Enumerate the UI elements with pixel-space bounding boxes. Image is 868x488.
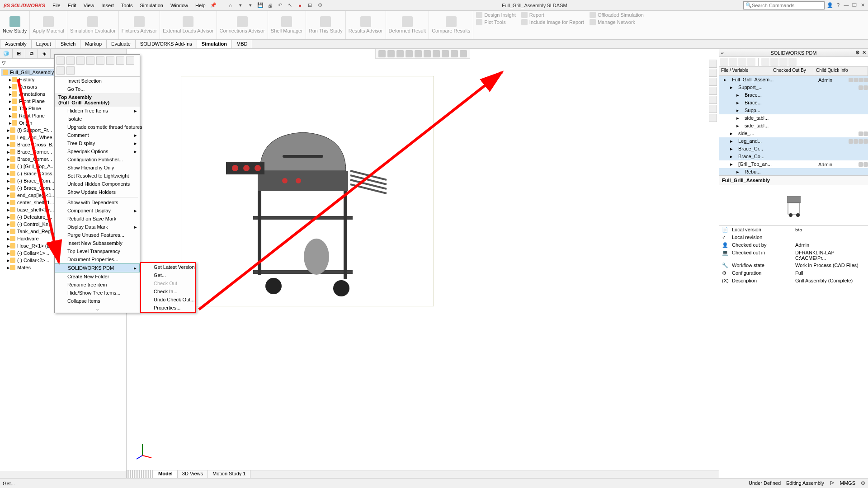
open-icon[interactable]: ▾: [246, 1, 255, 9]
ctx-icon[interactable]: [57, 56, 65, 65]
pdm-row[interactable]: ▸Brace_Cr...: [719, 145, 868, 153]
search-commands[interactable]: 🔍: [743, 1, 825, 9]
undo-icon[interactable]: ↶: [276, 1, 284, 9]
help-icon[interactable]: ?: [835, 2, 842, 8]
ctx-item[interactable]: Purge Unused Features...: [55, 231, 140, 239]
graphics-viewport[interactable]: *Trimetric Model3D ViewsMotion Study 1: [127, 49, 719, 478]
apply-material-button[interactable]: Apply Material: [33, 16, 64, 33]
pdm-search-icon[interactable]: [779, 58, 788, 66]
new-study-button[interactable]: New Study: [3, 16, 27, 33]
custom-props-icon[interactable]: [709, 105, 717, 113]
col-quickinfo[interactable]: Child Quick Info: [814, 67, 868, 75]
pdm-list-icon[interactable]: [770, 58, 778, 66]
menu-edit[interactable]: Edit: [64, 1, 80, 10]
pdm-row[interactable]: ▸side_...: [719, 130, 868, 137]
pdm-checkout-icon[interactable]: [747, 58, 755, 66]
ctx-item[interactable]: Configuration Publisher...: [55, 155, 140, 164]
ctx-item[interactable]: Rename tree item: [55, 281, 140, 289]
pdm-checkin-icon[interactable]: [738, 58, 746, 66]
ctx-item[interactable]: Isolate: [55, 115, 140, 123]
pin-icon[interactable]: 📌: [209, 1, 217, 9]
save-icon[interactable]: 💾: [256, 1, 264, 9]
ctx-item[interactable]: Upgrade cosmetic thread features: [55, 123, 140, 131]
pdm-opts-icon[interactable]: [788, 58, 797, 66]
property-tab-icon[interactable]: ⊞: [13, 49, 25, 58]
menu-tools[interactable]: Tools: [118, 1, 137, 10]
pdm-row[interactable]: ▸side_tabl...: [719, 122, 868, 130]
display-style-icon[interactable]: [424, 50, 431, 57]
appearances-icon[interactable]: [709, 96, 717, 104]
submenu-item[interactable]: Check In...: [141, 287, 195, 296]
ctx-item[interactable]: Insert New Subassembly: [55, 239, 140, 247]
sim-evaluator-button[interactable]: Simulation Evaluator: [70, 16, 116, 33]
pdm-close-icon[interactable]: ✕: [862, 50, 866, 56]
ctx-item[interactable]: Top Level Transparency: [55, 247, 140, 255]
view-settings-icon[interactable]: [460, 50, 467, 57]
prev-view-icon[interactable]: [396, 50, 404, 57]
ctx-icon[interactable]: [57, 66, 65, 75]
forum-icon[interactable]: [709, 114, 717, 122]
ctx-item[interactable]: Set Resolved to Lightweight: [55, 172, 140, 180]
file-explorer-icon[interactable]: [709, 78, 717, 86]
col-file[interactable]: File / Variable: [719, 67, 771, 75]
ctx-item[interactable]: Collapse Items: [55, 297, 140, 305]
tab-mbd[interactable]: MBD: [231, 40, 252, 48]
ctx-item[interactable]: Rebuild on Save Mark: [55, 215, 140, 223]
pdm-row[interactable]: ▸side_tabl...: [719, 114, 868, 122]
tab-evaluate[interactable]: Evaluate: [106, 40, 136, 48]
display-tab-icon[interactable]: ◈: [38, 49, 51, 58]
ctx-item[interactable]: Show Hierarchy Only: [55, 164, 140, 172]
ctx-icon[interactable]: [106, 56, 114, 65]
ctx-item[interactable]: Show Update Holders: [55, 188, 140, 196]
view-palette-icon[interactable]: [709, 87, 717, 95]
ctx-item[interactable]: Display Data Mark▸: [55, 223, 140, 231]
status-units[interactable]: MMGS: [840, 480, 855, 486]
pdm-row[interactable]: ▸Brace...: [719, 91, 868, 99]
pdm-row[interactable]: ▸Leg_and...: [719, 137, 868, 145]
print-icon[interactable]: 🖨: [266, 1, 274, 9]
pdm-tree-icon[interactable]: [761, 58, 769, 66]
pdm-refresh-icon[interactable]: [720, 58, 728, 66]
pdm-file-tree[interactable]: ▸Full_Grill_Assem...Admin▸Support_...▸Br…: [719, 76, 868, 175]
ctx-item[interactable]: Hide/Show Tree Items...: [55, 289, 140, 297]
design-library-icon[interactable]: [709, 69, 717, 77]
ctx-item[interactable]: Comment▸: [55, 131, 140, 139]
close-icon[interactable]: ✕: [859, 2, 866, 8]
collapse-icon[interactable]: «: [721, 50, 724, 56]
submenu-item[interactable]: Undo Check Out...: [141, 296, 195, 304]
bottom-tab[interactable]: 3D Views: [178, 470, 208, 478]
tab-markup[interactable]: Markup: [80, 40, 107, 48]
ctx-icon[interactable]: [66, 66, 75, 75]
pdm-row[interactable]: ▸Support_...: [719, 84, 868, 91]
user-icon[interactable]: 👤: [826, 2, 834, 8]
new-icon[interactable]: ▾: [236, 1, 245, 9]
menu-file[interactable]: File: [49, 1, 64, 10]
ctx-item[interactable]: Tree Display▸: [55, 139, 140, 147]
tab-simulation[interactable]: Simulation: [197, 40, 232, 48]
minimize-icon[interactable]: —: [843, 2, 850, 8]
menu-window[interactable]: Window: [167, 1, 192, 10]
tab-sketch[interactable]: Sketch: [56, 40, 81, 48]
ctx-icon[interactable]: [126, 56, 134, 65]
pdm-row[interactable]: ▸Full_Grill_Assem...Admin: [719, 76, 868, 84]
menu-simulation[interactable]: Simulation: [137, 1, 167, 10]
menu-help[interactable]: Help: [192, 1, 209, 10]
menu-insert[interactable]: Insert: [98, 1, 118, 10]
status-gear-icon[interactable]: ⚙: [861, 480, 865, 486]
ctx-item[interactable]: Show with Dependents: [55, 198, 140, 206]
scene-icon[interactable]: [451, 50, 458, 57]
ctx-item[interactable]: Hidden Tree Items▸: [55, 107, 140, 115]
rebuild-icon[interactable]: ●: [296, 1, 304, 9]
ctx-item[interactable]: Unload Hidden Components: [55, 180, 140, 188]
search-input[interactable]: [752, 3, 822, 8]
restore-icon[interactable]: ❐: [851, 2, 858, 8]
tab-solidworks-add-ins[interactable]: SOLIDWORKS Add-Ins: [135, 40, 197, 48]
submenu-item[interactable]: Get...: [141, 271, 195, 279]
status-flag-icon[interactable]: 🏳: [830, 480, 835, 486]
view-orient-icon[interactable]: [415, 50, 422, 57]
pdm-row[interactable]: ▸Brace_Co...: [719, 153, 868, 160]
appearance-icon[interactable]: [442, 50, 449, 57]
col-checkedout[interactable]: Checked Out By: [771, 67, 814, 75]
tab-layout[interactable]: Layout: [31, 40, 56, 48]
submenu-item[interactable]: Get Latest Version: [141, 263, 195, 271]
